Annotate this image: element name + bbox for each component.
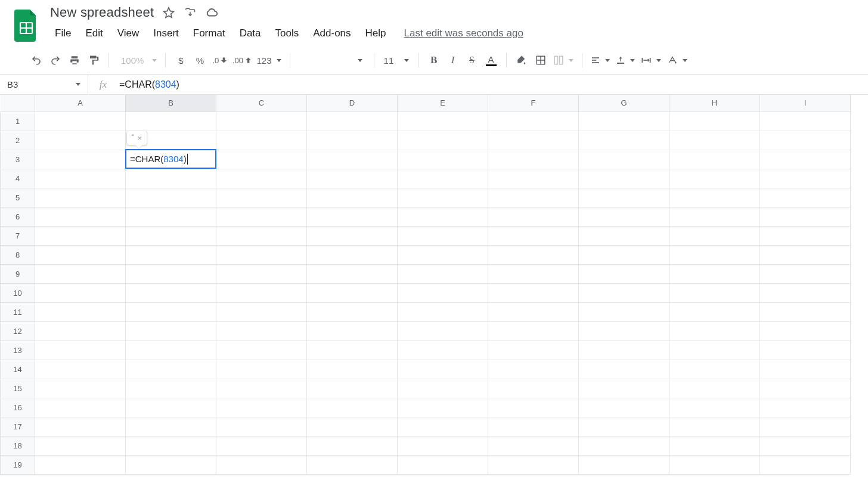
italic-button[interactable]: I	[444, 51, 462, 69]
format-currency-button[interactable]: $	[172, 51, 190, 69]
cell-C10[interactable]	[216, 283, 307, 302]
cell-D4[interactable]	[307, 169, 398, 188]
paint-format-button[interactable]	[85, 51, 103, 69]
cell-H18[interactable]	[669, 436, 760, 455]
cell-A1[interactable]	[35, 112, 126, 131]
cell-F13[interactable]	[488, 341, 579, 360]
cell-I4[interactable]	[760, 169, 851, 188]
cell-I5[interactable]	[760, 188, 851, 207]
cell-G6[interactable]	[579, 207, 669, 226]
cell-D7[interactable]	[307, 226, 398, 245]
cell-F9[interactable]	[488, 264, 579, 283]
row-header-2[interactable]: 2	[1, 131, 35, 150]
cell-F2[interactable]	[488, 131, 579, 150]
formula-bar[interactable]: =CHAR(8304)	[118, 79, 868, 90]
cell-H3[interactable]	[669, 150, 760, 169]
cell-I9[interactable]	[760, 264, 851, 283]
row-header-10[interactable]: 10	[1, 283, 35, 302]
cell-I6[interactable]	[760, 207, 851, 226]
cell-E10[interactable]	[398, 283, 488, 302]
row-header-4[interactable]: 4	[1, 169, 35, 188]
cell-G16[interactable]	[579, 398, 669, 417]
cell-C2[interactable]	[216, 131, 307, 150]
row-header-8[interactable]: 8	[1, 245, 35, 264]
font-size-dropdown[interactable]: 11	[380, 51, 413, 69]
cell-F18[interactable]	[488, 436, 579, 455]
cell-H1[interactable]	[669, 112, 760, 131]
cell-H6[interactable]	[669, 207, 760, 226]
menu-format[interactable]: Format	[186, 24, 232, 43]
cell-B10[interactable]	[126, 283, 216, 302]
cell-G17[interactable]	[579, 417, 669, 436]
row-header-15[interactable]: 15	[1, 379, 35, 398]
menu-tools[interactable]: Tools	[268, 24, 306, 43]
active-cell-editor[interactable]: =CHAR(8304)	[125, 149, 216, 169]
cell-A17[interactable]	[35, 417, 126, 436]
cell-B9[interactable]	[126, 264, 216, 283]
cell-E4[interactable]	[398, 169, 488, 188]
fill-color-button[interactable]	[513, 51, 531, 69]
cell-C8[interactable]	[216, 245, 307, 264]
cell-F17[interactable]	[488, 417, 579, 436]
cell-C15[interactable]	[216, 379, 307, 398]
cell-E13[interactable]	[398, 341, 488, 360]
cell-C16[interactable]	[216, 398, 307, 417]
cell-D10[interactable]	[307, 283, 398, 302]
cell-I15[interactable]	[760, 379, 851, 398]
cell-A19[interactable]	[35, 455, 126, 474]
cell-G11[interactable]	[579, 302, 669, 321]
row-header-13[interactable]: 13	[1, 341, 35, 360]
row-header-17[interactable]: 17	[1, 417, 35, 436]
cell-H7[interactable]	[669, 226, 760, 245]
cell-H5[interactable]	[669, 188, 760, 207]
column-header-F[interactable]: F	[488, 95, 579, 112]
cell-F15[interactable]	[488, 379, 579, 398]
cell-I2[interactable]	[760, 131, 851, 150]
cell-F1[interactable]	[488, 112, 579, 131]
cell-H15[interactable]	[669, 379, 760, 398]
cell-E3[interactable]	[398, 150, 488, 169]
cell-H12[interactable]	[669, 321, 760, 341]
cell-D14[interactable]	[307, 360, 398, 379]
cell-G9[interactable]	[579, 264, 669, 283]
cell-E19[interactable]	[398, 455, 488, 474]
cell-C19[interactable]	[216, 455, 307, 474]
cell-A13[interactable]	[35, 341, 126, 360]
cell-H19[interactable]	[669, 455, 760, 474]
close-icon[interactable]: ×	[138, 134, 142, 143]
cell-A10[interactable]	[35, 283, 126, 302]
cell-B4[interactable]	[126, 169, 216, 188]
cell-G10[interactable]	[579, 283, 669, 302]
row-header-12[interactable]: 12	[1, 321, 35, 341]
cell-E5[interactable]	[398, 188, 488, 207]
cell-I3[interactable]	[760, 150, 851, 169]
row-header-9[interactable]: 9	[1, 264, 35, 283]
cell-E18[interactable]	[398, 436, 488, 455]
cell-H4[interactable]	[669, 169, 760, 188]
cell-A15[interactable]	[35, 379, 126, 398]
cell-C6[interactable]	[216, 207, 307, 226]
cell-E7[interactable]	[398, 226, 488, 245]
row-header-1[interactable]: 1	[1, 112, 35, 131]
cell-A4[interactable]	[35, 169, 126, 188]
cell-G3[interactable]	[579, 150, 669, 169]
cell-F7[interactable]	[488, 226, 579, 245]
cell-G15[interactable]	[579, 379, 669, 398]
cell-A3[interactable]	[35, 150, 126, 169]
cell-D19[interactable]	[307, 455, 398, 474]
name-box[interactable]: B3	[0, 75, 88, 94]
cell-F14[interactable]	[488, 360, 579, 379]
zoom-dropdown[interactable]: 100%	[115, 51, 159, 69]
cell-A6[interactable]	[35, 207, 126, 226]
row-header-11[interactable]: 11	[1, 302, 35, 321]
column-header-C[interactable]: C	[216, 95, 307, 112]
cell-G5[interactable]	[579, 188, 669, 207]
cell-G8[interactable]	[579, 245, 669, 264]
row-header-19[interactable]: 19	[1, 455, 35, 474]
cell-A18[interactable]	[35, 436, 126, 455]
cell-A9[interactable]	[35, 264, 126, 283]
cell-D18[interactable]	[307, 436, 398, 455]
cell-I12[interactable]	[760, 321, 851, 341]
cell-H14[interactable]	[669, 360, 760, 379]
more-formats-dropdown[interactable]: 123	[255, 51, 284, 69]
